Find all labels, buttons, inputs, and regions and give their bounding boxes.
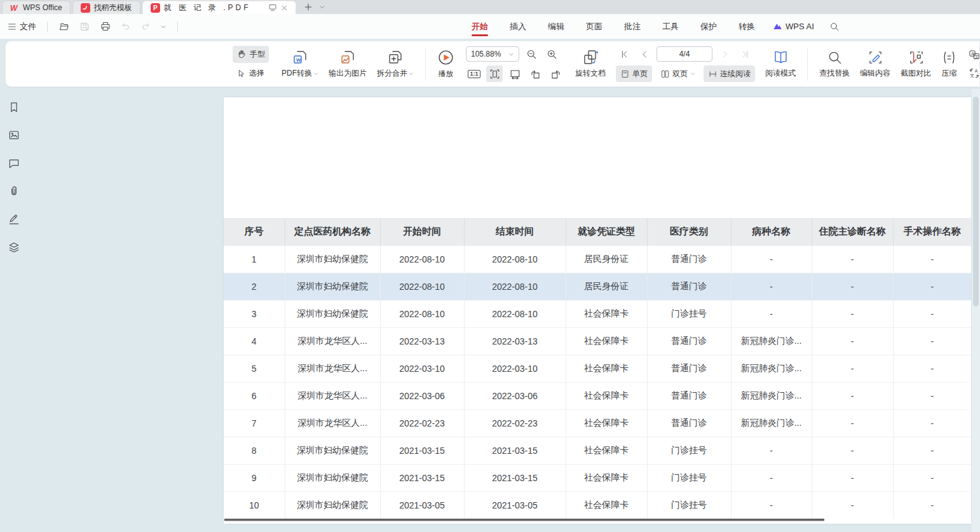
last-page-icon[interactable] [737, 46, 753, 62]
save-icon[interactable] [77, 20, 93, 34]
select-tool-button[interactable]: 选择 [233, 65, 269, 82]
single-page-button[interactable]: 单页 [616, 65, 652, 82]
quick-access-chevron-icon[interactable] [158, 22, 169, 32]
tab-list-chevron-icon[interactable] [319, 4, 325, 10]
open-file-icon[interactable] [56, 20, 72, 34]
pdf-convert-button[interactable]: W PDF转换 [276, 46, 323, 81]
table-cell: - [731, 273, 812, 300]
split-merge-button[interactable]: 拆分合并 [372, 46, 419, 81]
screenshot-compare-button[interactable]: 截图对比 [895, 47, 936, 81]
table-cell: 2022-03-06 [380, 382, 464, 409]
file-menu-button[interactable]: 文件 [5, 19, 39, 34]
table-cell: 居民身份证 [566, 245, 647, 273]
scrollbar-thumb[interactable] [973, 97, 979, 306]
table-cell: 2 [224, 273, 285, 300]
double-page-icon [660, 69, 670, 79]
first-page-icon[interactable] [616, 46, 632, 62]
next-page-icon[interactable] [716, 46, 733, 62]
zoom-out-icon[interactable] [523, 46, 540, 62]
header-cell: 结束时间 [464, 218, 566, 245]
fit-page-button[interactable] [486, 65, 503, 82]
pdf-page[interactable]: 序号定点医药机构名称开始时间结束时间就诊凭证类型医疗类别病种名称住院主诊断名称手… [224, 97, 971, 524]
tab-document-pdf[interactable]: P 就 医 记 录 .PDF [142, 1, 296, 14]
new-tab-icon[interactable] [304, 3, 313, 11]
table-cell: 居民身份证 [566, 273, 647, 300]
table-cell: 2021-03-15 [464, 437, 566, 464]
menu-edit[interactable]: 编辑 [540, 18, 572, 35]
table-cell: 普通门诊 [647, 409, 731, 437]
table-cell: 4 [224, 327, 285, 355]
find-replace-button[interactable]: 查找替换 [814, 47, 855, 81]
menu-tools[interactable]: 工具 [655, 18, 686, 35]
table-cell: 5 [224, 355, 285, 382]
table-cell: - [731, 491, 812, 519]
tab-docer-templates[interactable]: 找稻壳模板 [72, 1, 140, 14]
thumbnail-icon[interactable] [7, 128, 21, 142]
menubar-search-icon[interactable] [824, 22, 845, 32]
medical-records-table: 序号定点医药机构名称开始时间结束时间就诊凭证类型医疗类别病种名称住院主诊断名称手… [224, 218, 971, 519]
rotate-document-button[interactable]: 旋转文档 [570, 46, 611, 81]
read-mode-button[interactable]: 阅读模式 [760, 46, 801, 81]
layers-icon[interactable] [7, 240, 21, 254]
table-cell: 2022-08-10 [464, 245, 566, 273]
compress-icon [941, 50, 957, 65]
word-translate-button[interactable]: 文A 划词翻译 [969, 65, 980, 81]
wps-ai-button[interactable]: WPS AI [769, 22, 818, 31]
table-row: 2深圳市妇幼保健院2022-08-102022-08-10居民身份证普通门诊--… [224, 273, 971, 300]
attachment-icon[interactable] [7, 184, 21, 198]
table-cell: 1 [224, 245, 285, 273]
table-cell: 2022-03-10 [464, 355, 566, 382]
continuous-reading-button[interactable]: 连续阅读 [704, 65, 755, 82]
left-sidebar [0, 89, 28, 254]
tab-wps-home[interactable]: W WPS Office [2, 1, 71, 14]
rotate-right-button[interactable] [547, 65, 564, 82]
menu-page[interactable]: 页面 [578, 18, 610, 35]
docer-logo-icon [81, 3, 90, 13]
comment-icon[interactable] [7, 156, 21, 170]
table-cell: - [893, 273, 971, 300]
close-tab-icon[interactable] [281, 4, 288, 11]
continuous-reading-icon [708, 69, 718, 79]
double-page-button[interactable]: 双页 [656, 65, 700, 82]
hand-tool-button[interactable]: 手型 [233, 46, 269, 63]
table-row: 3深圳市妇幼保健院2022-08-102022-08-10社会保障卡门诊挂号--… [224, 300, 971, 327]
menu-insert[interactable]: 插入 [502, 18, 534, 35]
table-cell: 3 [224, 300, 285, 327]
table-cell: - [731, 464, 812, 491]
rotate-left-button[interactable] [527, 65, 543, 82]
menu-convert[interactable]: 转换 [731, 18, 763, 35]
previous-page-icon[interactable] [636, 46, 653, 62]
chevron-down-icon [690, 71, 695, 76]
page-number-input[interactable] [657, 46, 712, 62]
print-icon[interactable] [97, 19, 114, 34]
table-cell: 社会保障卡 [566, 355, 647, 382]
table-cell: 门诊挂号 [647, 464, 731, 491]
menu-comment[interactable]: 批注 [616, 18, 648, 35]
menu-home[interactable]: 开始 [464, 18, 496, 35]
compress-button[interactable]: 压缩 [936, 47, 962, 81]
signature-pen-icon[interactable] [7, 212, 21, 226]
screen-cast-icon[interactable] [268, 4, 277, 11]
table-cell: - [731, 300, 812, 327]
fit-width-button[interactable] [507, 65, 523, 82]
undo-icon[interactable] [118, 20, 133, 33]
table-cell: - [812, 437, 893, 464]
table-cell: 社会保障卡 [566, 300, 647, 327]
table-cell: 2022-03-13 [464, 327, 566, 355]
bookmark-icon[interactable] [7, 100, 21, 114]
redo-icon[interactable] [138, 20, 153, 33]
vertical-scrollbar[interactable] [972, 89, 980, 532]
table-cell: 深圳市龙华区人... [285, 409, 380, 437]
export-image-button[interactable]: 输出为图片 [323, 46, 372, 81]
header-cell: 就诊凭证类型 [566, 218, 647, 245]
menu-protect[interactable]: 保护 [693, 18, 725, 35]
play-icon [437, 49, 454, 66]
full-text-translate-button[interactable]: A文 全文翻译 [969, 47, 980, 62]
play-button[interactable]: 播放 [432, 46, 459, 82]
header-cell: 序号 [224, 218, 285, 245]
table-cell: 9 [224, 464, 285, 491]
edit-content-button[interactable]: 编辑内容 [855, 47, 895, 81]
zoom-level-select[interactable]: 105.88% [466, 46, 519, 62]
zoom-in-icon[interactable] [543, 46, 560, 62]
actual-size-button[interactable]: 1:1 [466, 65, 482, 82]
